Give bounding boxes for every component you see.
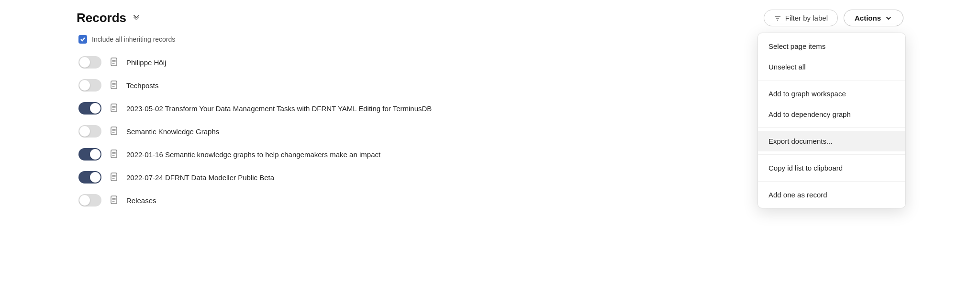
dropdown-section: Add one as record [758, 181, 905, 208]
record-name: Semantic Knowledge Graphs [126, 127, 219, 136]
include-inheriting-label: Include all inheriting records [92, 35, 175, 43]
record-name: Philippe Höij [126, 58, 166, 67]
dropdown-item-add-to-graph[interactable]: Add to graph workspace [758, 83, 905, 104]
toggle-switch[interactable] [78, 148, 101, 161]
header-row: Records Filter by label Actions [77, 10, 903, 26]
record-icon [109, 195, 119, 206]
include-inheriting-checkbox[interactable] [78, 35, 87, 44]
record-icon [109, 103, 119, 114]
filter-button[interactable]: Filter by label [764, 10, 838, 26]
record-icon [109, 80, 119, 91]
toggle-switch[interactable] [78, 56, 101, 69]
toggle-switch[interactable] [78, 171, 101, 184]
dropdown-section: Select page itemsUnselect all [758, 33, 905, 80]
header-left: Records [77, 11, 142, 25]
dropdown-section: Export documents... [758, 127, 905, 154]
record-icon [109, 172, 119, 183]
record-name: 2023-05-02 Transform Your Data Managemen… [126, 104, 432, 113]
header-divider [153, 18, 752, 18]
dropdown-section: Copy id list to clipboard [758, 154, 905, 181]
record-name: 2022-01-16 Semantic knowledge graphs to … [126, 150, 380, 159]
sort-icon[interactable] [131, 11, 142, 24]
record-icon [109, 149, 119, 160]
toggle-switch[interactable] [78, 194, 101, 207]
toggle-switch[interactable] [78, 125, 101, 138]
dropdown-item-add-one-record[interactable]: Add one as record [758, 184, 905, 205]
actions-button[interactable]: Actions [844, 10, 903, 26]
filter-label: Filter by label [785, 14, 828, 22]
record-name: 2022-07-24 DFRNT Data Modeller Public Be… [126, 173, 274, 182]
dropdown-section: Add to graph workspaceAdd to dependency … [758, 80, 905, 127]
page-title: Records [77, 11, 126, 25]
dropdown-item-copy-id-list[interactable]: Copy id list to clipboard [758, 158, 905, 178]
dropdown-item-add-to-dependency[interactable]: Add to dependency graph [758, 104, 905, 125]
actions-label: Actions [855, 14, 881, 22]
record-name: Releases [126, 196, 156, 205]
header-right: Filter by label Actions [764, 10, 903, 26]
page-container: Records Filter by label Actions [0, 0, 980, 287]
dropdown-item-export-docs[interactable]: Export documents... [758, 131, 905, 151]
dropdown-item-select-page[interactable]: Select page items [758, 36, 905, 57]
dropdown-item-unselect-all[interactable]: Unselect all [758, 57, 905, 77]
toggle-switch[interactable] [78, 102, 101, 115]
record-name: Techposts [126, 81, 159, 90]
filter-icon [774, 14, 781, 22]
toggle-switch[interactable] [78, 79, 101, 92]
record-icon [109, 126, 119, 137]
chevron-down-icon [885, 14, 892, 22]
record-icon [109, 57, 119, 68]
actions-dropdown: Select page itemsUnselect allAdd to grap… [757, 33, 906, 208]
